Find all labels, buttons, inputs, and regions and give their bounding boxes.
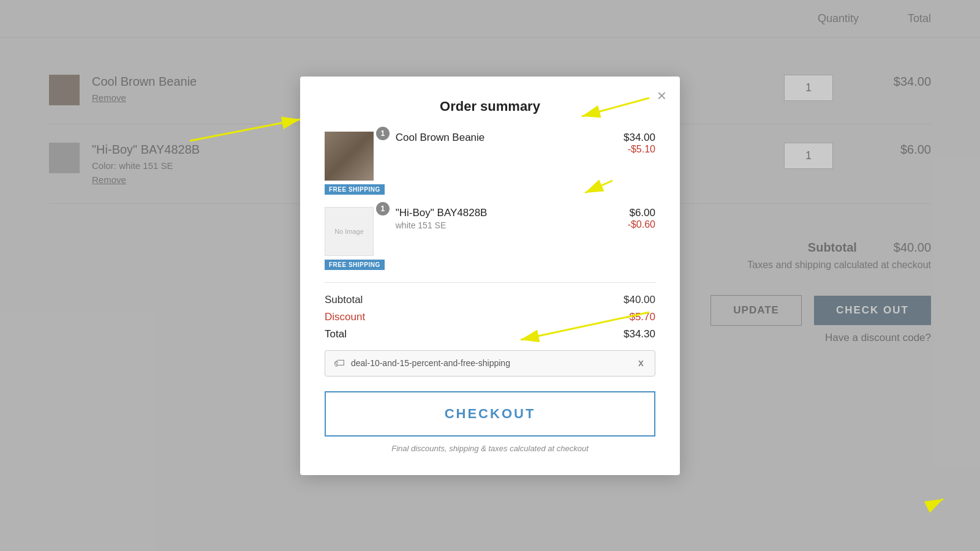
total-summary-row: Total $34.30 [325,328,655,340]
discount-summary-label: Discount [325,311,365,323]
divider [325,282,655,283]
modal-item-1: 1 FREE SHIPPING Cool Brown Beanie $34.00… [325,132,655,195]
item-count-badge-2: 1 [376,202,390,216]
modal-product-prices-2: $6.00 -$0.60 [600,207,655,230]
total-summary-value: $34.30 [624,328,655,340]
discount-summary-value: -$5.70 [626,311,655,323]
free-shipping-badge-2: FREE SHIPPING [325,260,385,270]
modal-product-name-1: Cool Brown Beanie [396,132,600,144]
modal-product-name-2: "Hi-Boy" BAY4828B [396,207,600,219]
subtotal-summary-label: Subtotal [325,294,363,306]
modal-product-info-1: Cool Brown Beanie [396,132,600,145]
price-discount-1: -$5.10 [600,144,655,155]
subtotal-summary-value: $40.00 [624,294,655,306]
coupon-remove-button[interactable]: x [636,358,646,369]
price-original-2: $6.00 [600,207,655,219]
checkout-note: Final discounts, shipping & taxes calcul… [325,444,655,453]
modal-product-prices-1: $34.00 -$5.10 [600,132,655,155]
modal-product-variant-2: white 151 SE [396,220,600,230]
coupon-field: 🏷 deal-10-and-15-percent-and-free-shippi… [325,350,655,377]
free-shipping-badge-1: FREE SHIPPING [325,184,385,195]
price-discount-2: -$0.60 [600,219,655,230]
modal-title: Order summary [325,99,655,114]
modal-item-2: No Image 1 FREE SHIPPING "Hi-Boy" BAY482… [325,207,655,270]
modal-product-info-2: "Hi-Boy" BAY4828B white 151 SE [396,207,600,233]
order-summary-modal: × Order summary 1 FREE SHIPPING Cool Bro… [300,77,680,475]
modal-thumbnail-2: No Image [325,207,374,256]
coupon-code: deal-10-and-15-percent-and-free-shipping [351,358,636,368]
item-count-badge-1: 1 [376,127,390,140]
checkout-button[interactable]: CHECKOUT [325,391,655,437]
modal-overlay: × Order summary 1 FREE SHIPPING Cool Bro… [0,0,980,551]
tag-icon: 🏷 [334,357,345,370]
close-button[interactable]: × [657,88,666,103]
discount-summary-row: Discount -$5.70 [325,311,655,323]
price-original-1: $34.00 [600,132,655,144]
modal-thumb-wrap-2: No Image 1 FREE SHIPPING [325,207,385,270]
modal-thumbnail-1 [325,132,374,181]
subtotal-summary-row: Subtotal $40.00 [325,294,655,306]
modal-thumb-wrap-1: 1 FREE SHIPPING [325,132,385,195]
total-summary-label: Total [325,328,347,340]
